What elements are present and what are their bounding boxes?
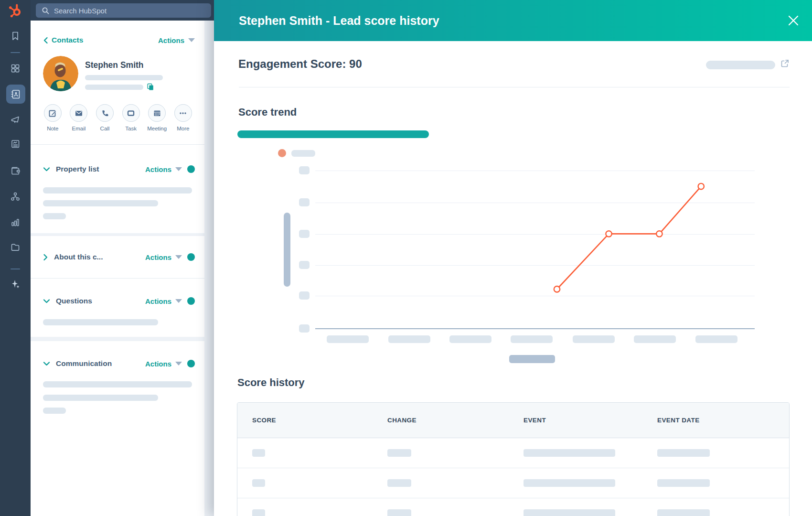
x-tick-placeholder (327, 335, 369, 343)
call-button[interactable]: Call (92, 104, 118, 131)
placeholder-bar (43, 213, 66, 219)
content-divider (239, 87, 790, 87)
placeholder-cell (657, 479, 710, 487)
chart-gridline (315, 265, 755, 266)
external-link-icon[interactable] (780, 59, 790, 68)
chart-gridline (315, 203, 755, 203)
section-gap (31, 233, 204, 236)
section-actions-button[interactable]: Actions (145, 253, 182, 261)
hubspot-logo-icon[interactable] (8, 3, 22, 18)
hubspot-app: Search HubSpot Contacts (0, 0, 812, 516)
search-placeholder: Search HubSpot (54, 7, 107, 15)
dropdown-triangle-icon (175, 299, 182, 303)
chart-gridline (315, 296, 755, 296)
section-actions-button[interactable]: Actions (145, 165, 182, 173)
panel-title: Stephen Smith - Lead score history (239, 14, 439, 28)
status-dot (187, 165, 195, 173)
chevron-left-icon (43, 37, 48, 44)
section-toggle[interactable]: About this c... (43, 253, 103, 261)
y-tick-placeholder (299, 198, 310, 206)
placeholder-bar (43, 381, 192, 387)
placeholder-bar (43, 187, 192, 194)
reporting-barchart-icon[interactable] (10, 217, 21, 227)
contact-avatar (43, 56, 78, 91)
contacts-icon[interactable] (10, 89, 21, 99)
y-tick-placeholder (299, 166, 310, 174)
placeholder-cell (252, 479, 265, 487)
placeholder-bar (85, 75, 163, 80)
contact-actions-button[interactable]: Actions (158, 36, 195, 44)
dropdown-triangle-icon (175, 255, 182, 259)
status-dot (187, 297, 195, 305)
placeholder-cell (524, 509, 615, 516)
legend-placeholder-label (291, 150, 315, 157)
section-toggle[interactable]: Communication (43, 359, 112, 368)
meeting-icon (153, 109, 161, 118)
legend-series-dot (278, 149, 286, 157)
y-tick-placeholder (299, 261, 310, 269)
task-button[interactable]: Task (118, 104, 144, 131)
placeholder-cell (252, 509, 265, 516)
more-button[interactable]: More (170, 104, 196, 131)
y-axis-label-placeholder (284, 213, 290, 287)
sidebar-divider (11, 269, 20, 269)
section-actions-button[interactable]: Actions (145, 297, 182, 305)
section-gap (31, 337, 204, 341)
commerce-wallet-icon[interactable] (10, 165, 21, 176)
library-folder-icon[interactable] (10, 242, 21, 252)
chart-gridline (315, 171, 755, 171)
search-input[interactable]: Search HubSpot (36, 3, 211, 18)
meeting-button[interactable]: Meeting (144, 104, 170, 131)
more-dots-icon (179, 109, 187, 118)
automation-orgchart-icon[interactable] (10, 191, 21, 202)
x-tick-placeholder (634, 335, 676, 343)
close-icon[interactable] (787, 14, 800, 27)
note-button[interactable]: Note (40, 104, 66, 131)
contact-name: Stephen Smith (85, 60, 144, 70)
top-bar: Search HubSpot (31, 0, 214, 21)
email-button[interactable]: Email (66, 104, 92, 131)
main-sidebar (0, 0, 31, 516)
sidebar-divider (11, 52, 20, 53)
placeholder-bar (43, 200, 158, 206)
chart-gridline (315, 234, 755, 235)
section-toggle[interactable]: Questions (43, 297, 92, 305)
chart-x-axis-line (315, 328, 755, 329)
chevron-down-icon (43, 299, 50, 304)
lead-score-history-panel: Stephen Smith - Lead score history Engag… (214, 0, 812, 516)
panel-header: Stephen Smith - Lead score history (214, 0, 812, 41)
section-divider (31, 144, 204, 145)
placeholder-cell (252, 449, 265, 457)
marketing-megaphone-icon[interactable] (10, 115, 21, 125)
section-toggle[interactable]: Property list (43, 165, 99, 173)
section-header-communication: Communication Actions (43, 359, 195, 368)
ai-sparkle-icon[interactable] (10, 279, 21, 290)
x-tick-placeholder (449, 335, 491, 343)
dropdown-triangle-icon (175, 167, 182, 171)
workspaces-grid-icon[interactable] (10, 63, 21, 74)
section-actions-button[interactable]: Actions (145, 360, 182, 368)
back-to-contacts-link[interactable]: Contacts (43, 36, 83, 44)
placeholder-bar (43, 395, 158, 401)
content-document-icon[interactable] (10, 139, 21, 149)
status-dot (187, 360, 195, 367)
score-trend-heading: Score trend (238, 106, 297, 118)
task-icon (127, 109, 135, 118)
email-icon (75, 109, 83, 118)
section-divider (31, 278, 204, 279)
quick-actions-row: Note Email Call Task Meeting More (40, 104, 196, 131)
call-icon (100, 109, 109, 118)
dropdown-triangle-icon (188, 38, 195, 42)
placeholder-cell (524, 449, 615, 457)
status-dot (187, 253, 195, 261)
copy-icon[interactable] (147, 83, 154, 91)
placeholder-cell (387, 479, 411, 487)
table-row (237, 498, 789, 516)
chevron-right-icon (43, 254, 48, 261)
score-history-heading: Score history (237, 376, 305, 389)
bookmarks-icon[interactable] (10, 31, 21, 41)
x-tick-placeholder (695, 335, 737, 343)
table-row (237, 468, 789, 498)
placeholder-cell (657, 509, 710, 516)
placeholder-cell (387, 449, 411, 457)
